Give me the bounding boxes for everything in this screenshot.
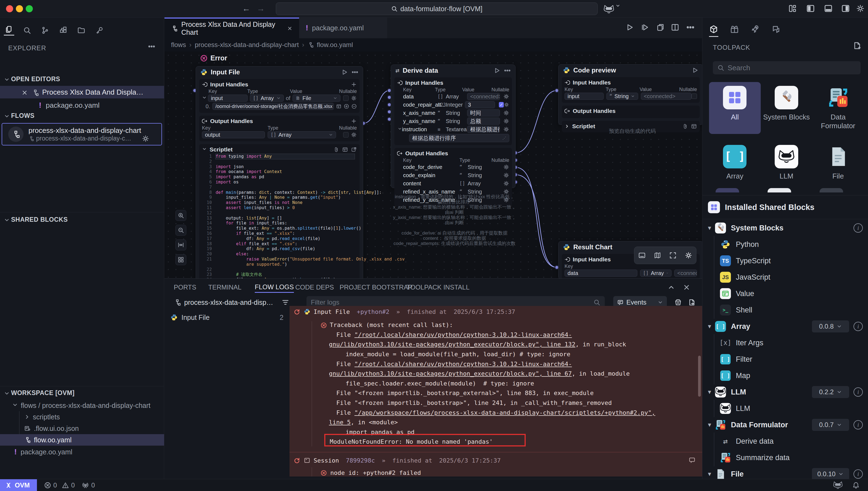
settings-gear-icon[interactable]: [856, 4, 865, 13]
handle-row[interactable]: code_repair_att...123Integer3✓: [397, 101, 509, 109]
rerun-icon[interactable]: [293, 457, 300, 464]
attach-icon[interactable]: [333, 147, 339, 152]
add-item-icon[interactable]: [344, 104, 349, 109]
block-item-llm[interactable]: LLM: [702, 400, 868, 416]
info-icon[interactable]: i: [853, 469, 863, 479]
zoom-out-button[interactable]: [175, 225, 186, 236]
handle-row[interactable]: data []Array <connect: [565, 269, 697, 277]
run-flow-icon[interactable]: [625, 23, 634, 32]
nullable-checkbox-checked[interactable]: ✓: [499, 102, 504, 108]
tab-terminal[interactable]: TERMINAL: [208, 282, 241, 293]
workspace-header[interactable]: WORKSPACE [OVM]: [4, 389, 75, 397]
zoom-in-button[interactable]: [175, 210, 186, 221]
toolpack-tile-system-blocks[interactable]: System Blocks: [761, 82, 812, 134]
key-view-icon[interactable]: [94, 25, 105, 35]
textarea-row[interactable]: 根据总额进行排序⋰: [397, 134, 509, 142]
info-icon[interactable]: i: [853, 322, 863, 331]
toggle-right-panel-icon[interactable]: [841, 4, 850, 14]
split-editor-icon[interactable]: [671, 23, 679, 32]
code-line[interactable]: 16 if file_ext == ".xlsx":: [202, 231, 355, 236]
collapse-triangle-icon[interactable]: ▼: [707, 471, 715, 477]
window-zoom-button[interactable]: [26, 5, 33, 12]
tab-package-yaml[interactable]: ! package.oo.yaml: [299, 18, 387, 38]
export-icon[interactable]: [656, 23, 665, 32]
toolpack-tile-llm[interactable]: LLM: [761, 141, 812, 184]
toolpack-tab-icon[interactable]: [709, 25, 718, 37]
block-group-data-formulator[interactable]: ▼Data Formulator0.0.7i: [702, 416, 868, 433]
collapse-triangle-icon[interactable]: ▼: [707, 422, 715, 428]
tab-code-deps[interactable]: CODE DEPS: [295, 282, 334, 293]
code-line[interactable]: 6import os: [202, 180, 355, 185]
flows-header[interactable]: FLOWS: [4, 112, 34, 120]
info-icon[interactable]: i: [853, 223, 863, 233]
handle-gear-icon[interactable]: [351, 95, 357, 101]
toolpack-tile-file[interactable]: File: [812, 141, 864, 184]
block-item-filter[interactable]: [ ]Filter: [702, 351, 868, 368]
tree-item-scriptlets[interactable]: scriptlets: [0, 411, 164, 423]
nullable-checkbox[interactable]: [343, 132, 349, 138]
comment-icon[interactable]: [688, 456, 696, 464]
rerun-flow-icon[interactable]: [641, 23, 649, 32]
node-hover-toolbar[interactable]: [634, 247, 697, 264]
code-line[interactable]: 22: [202, 267, 355, 272]
oomol-fox-icon[interactable]: [603, 3, 620, 14]
toggle-bottom-panel-icon[interactable]: [824, 4, 833, 14]
fullscreen-icon[interactable]: [669, 252, 677, 259]
code-line[interactable]: 3import json: [202, 164, 355, 170]
shared-blocks-header[interactable]: SHARED BLOCKS: [4, 216, 68, 224]
code-line[interactable]: 23 # 读取文件名: [202, 272, 355, 277]
nullable-checkbox[interactable]: [691, 93, 697, 99]
tree-item-package-yaml[interactable]: ! package.oo.yaml: [0, 446, 164, 458]
info-icon[interactable]: i: [853, 420, 863, 430]
node-run-icon[interactable]: [493, 67, 500, 74]
handle-row[interactable]: content[]Array: [397, 180, 509, 187]
open-editors-header[interactable]: OPEN EDITORS: [4, 76, 60, 83]
block-item-derive-data[interactable]: ⇄Derive data: [702, 433, 868, 450]
code-line[interactable]: 11 assert len(input_files) > 0: [202, 205, 355, 210]
fit-view-button[interactable]: [175, 239, 186, 251]
code-line[interactable]: 13 output: list[Any] = []: [202, 216, 355, 221]
code-line[interactable]: 14 for file in input_files:: [202, 221, 355, 226]
nullable-checkbox[interactable]: [343, 95, 349, 101]
code-line[interactable]: 18 elif file_ext == ".csv":: [202, 241, 355, 247]
version-dropdown[interactable]: 0.0.8: [812, 320, 849, 333]
handle-row[interactable]: data[]Array<connected>: [397, 93, 509, 100]
code-line[interactable]: 19 df: Any = pd.read_csv(file): [202, 246, 355, 252]
panel-collapse-icon[interactable]: [668, 284, 675, 291]
tab-ports[interactable]: PORTS: [174, 282, 196, 293]
version-dropdown[interactable]: 0.2.2: [812, 386, 849, 398]
version-dropdown[interactable]: 0.0.7: [812, 419, 849, 431]
folder-view-icon[interactable]: [76, 25, 86, 35]
tab-project-bootstrap[interactable]: PROJECT BOOTSTRAP: [340, 282, 412, 293]
flow-settings-gear-icon[interactable]: [142, 135, 150, 142]
open-external-icon[interactable]: [351, 147, 357, 152]
log-output[interactable]: Input File +python#2 » finished at 2025/…: [290, 306, 702, 476]
code-line[interactable]: 9 input_files: Any | None = params.get("…: [202, 195, 355, 200]
handle-row[interactable]: code_explain“String: [397, 171, 509, 179]
search-view-icon[interactable]: [22, 25, 32, 35]
code-line[interactable]: 20 else:: [202, 252, 355, 257]
handle-row-output[interactable]: output []Array: [202, 131, 357, 139]
handle-row-item-0[interactable]: 0. /oomol-driver/oomol-storage/社会消费品零售总额…: [202, 103, 357, 110]
log-filter-icon[interactable]: [281, 298, 289, 306]
gear-icon[interactable]: [685, 252, 692, 259]
toolpack-tile-data-formulator[interactable]: Data Formulator: [812, 82, 864, 134]
block-item-iter-args[interactable]: [x]Iter Args: [702, 335, 868, 351]
code-line[interactable]: 1from typing import Any: [202, 154, 355, 159]
handle-row[interactable]: instruction≡Textarea根据总额进行排序: [397, 125, 509, 133]
tree-item-flow-ui-json[interactable]: .flow.ui.oo.json: [0, 423, 164, 434]
info-icon[interactable]: i: [853, 387, 863, 397]
collapse-triangle-icon[interactable]: ▼: [707, 225, 715, 231]
block-item-typescript[interactable]: TSTypeScript: [702, 253, 868, 269]
block-group-array[interactable]: ▼[ ]Array0.0.8i: [702, 318, 868, 335]
rocket-tab-icon[interactable]: [751, 25, 760, 37]
node-more-icon[interactable]: [351, 68, 358, 76]
toolpack-tile-array[interactable]: [ ]Array: [709, 141, 761, 184]
oomol-fox-icon[interactable]: [833, 481, 843, 489]
toggle-left-panel-icon[interactable]: [806, 4, 815, 14]
block-item-summarize-data[interactable]: Summarize data: [702, 450, 868, 466]
flow-canvas[interactable]: Error Input File: [164, 51, 702, 278]
remove-item-icon[interactable]: [351, 104, 357, 109]
block-item-shell[interactable]: >_Shell: [702, 302, 868, 318]
notifications-bell-icon[interactable]: [852, 482, 860, 489]
